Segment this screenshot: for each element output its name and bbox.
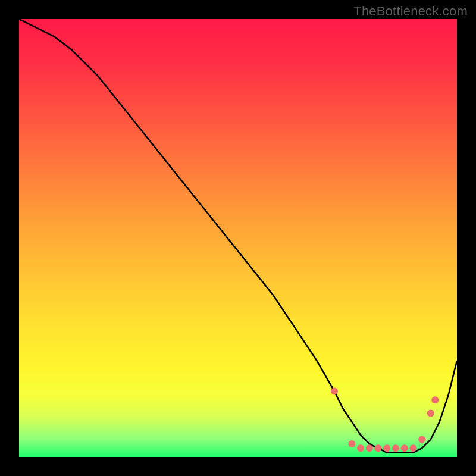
- curve-marker: [427, 409, 434, 416]
- marker-group: [331, 388, 439, 452]
- curve-marker: [383, 444, 390, 452]
- chart-frame: TheBottleneck.com: [0, 0, 476, 476]
- curve-marker: [401, 444, 408, 452]
- plot-area: [19, 19, 457, 457]
- chart-svg: [19, 19, 457, 457]
- curve-marker: [418, 436, 425, 443]
- curve-marker: [366, 444, 373, 452]
- curve-marker: [375, 444, 382, 452]
- curve-marker: [392, 444, 399, 452]
- curve-marker: [409, 444, 416, 452]
- watermark-text: TheBottleneck.com: [353, 4, 468, 19]
- curve-marker: [331, 388, 338, 395]
- curve-marker: [348, 440, 355, 447]
- bottleneck-curve: [19, 19, 457, 453]
- curve-marker: [357, 444, 364, 452]
- curve-marker: [431, 396, 439, 403]
